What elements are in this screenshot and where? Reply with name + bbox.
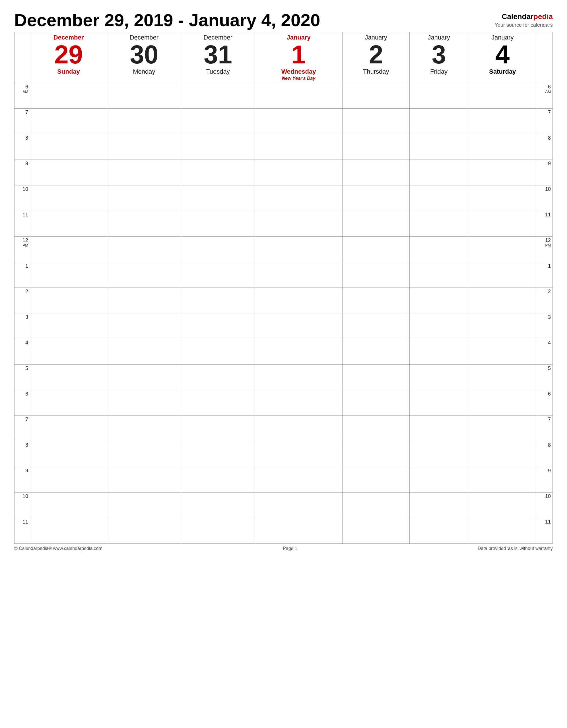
event-cell-dec30-slot-16[interactable] [107, 493, 181, 518]
event-cell-jan4-slot-2[interactable] [468, 134, 537, 160]
event-cell-dec29-slot-3[interactable] [30, 160, 107, 185]
event-cell-jan2-slot-7[interactable] [342, 262, 410, 288]
event-cell-dec30-slot-3[interactable] [107, 160, 181, 185]
event-cell-jan3-slot-8[interactable] [410, 288, 468, 313]
event-cell-jan4-slot-4[interactable] [468, 185, 537, 211]
event-cell-jan1-slot-13[interactable] [255, 416, 342, 441]
event-cell-jan2-slot-15[interactable] [342, 467, 410, 493]
event-cell-jan4-slot-1[interactable] [468, 109, 537, 134]
event-cell-jan2-slot-4[interactable] [342, 185, 410, 211]
event-cell-dec31-slot-3[interactable] [181, 160, 255, 185]
event-cell-jan3-slot-11[interactable] [410, 365, 468, 390]
event-cell-jan2-slot-8[interactable] [342, 288, 410, 313]
event-cell-jan1-slot-15[interactable] [255, 467, 342, 493]
event-cell-jan4-slot-16[interactable] [468, 493, 537, 518]
event-cell-jan2-slot-5[interactable] [342, 211, 410, 237]
event-cell-jan3-slot-17[interactable] [410, 518, 468, 544]
event-cell-jan2-slot-9[interactable] [342, 313, 410, 339]
event-cell-jan1-slot-1[interactable] [255, 109, 342, 134]
event-cell-jan1-slot-0[interactable] [255, 83, 342, 109]
event-cell-dec31-slot-13[interactable] [181, 416, 255, 441]
event-cell-dec30-slot-15[interactable] [107, 467, 181, 493]
event-cell-dec29-slot-14[interactable] [30, 441, 107, 467]
event-cell-dec31-slot-4[interactable] [181, 185, 255, 211]
event-cell-jan1-slot-11[interactable] [255, 365, 342, 390]
event-cell-jan3-slot-4[interactable] [410, 185, 468, 211]
event-cell-jan4-slot-11[interactable] [468, 365, 537, 390]
event-cell-jan4-slot-13[interactable] [468, 416, 537, 441]
event-cell-jan1-slot-10[interactable] [255, 339, 342, 365]
event-cell-jan3-slot-9[interactable] [410, 313, 468, 339]
event-cell-dec30-slot-0[interactable] [107, 83, 181, 109]
event-cell-jan1-slot-4[interactable] [255, 185, 342, 211]
event-cell-dec31-slot-14[interactable] [181, 441, 255, 467]
event-cell-jan3-slot-13[interactable] [410, 416, 468, 441]
event-cell-dec29-slot-0[interactable] [30, 83, 107, 109]
event-cell-dec30-slot-4[interactable] [107, 185, 181, 211]
event-cell-jan2-slot-16[interactable] [342, 493, 410, 518]
event-cell-dec30-slot-5[interactable] [107, 211, 181, 237]
event-cell-dec30-slot-2[interactable] [107, 134, 181, 160]
event-cell-dec30-slot-17[interactable] [107, 518, 181, 544]
event-cell-dec30-slot-9[interactable] [107, 313, 181, 339]
event-cell-jan2-slot-1[interactable] [342, 109, 410, 134]
event-cell-dec30-slot-7[interactable] [107, 262, 181, 288]
event-cell-dec30-slot-1[interactable] [107, 109, 181, 134]
event-cell-dec29-slot-13[interactable] [30, 416, 107, 441]
event-cell-dec30-slot-8[interactable] [107, 288, 181, 313]
event-cell-dec29-slot-11[interactable] [30, 365, 107, 390]
event-cell-dec31-slot-1[interactable] [181, 109, 255, 134]
event-cell-jan2-slot-11[interactable] [342, 365, 410, 390]
event-cell-jan1-slot-9[interactable] [255, 313, 342, 339]
event-cell-dec31-slot-7[interactable] [181, 262, 255, 288]
event-cell-dec29-slot-10[interactable] [30, 339, 107, 365]
event-cell-dec29-slot-12[interactable] [30, 390, 107, 416]
event-cell-jan1-slot-3[interactable] [255, 160, 342, 185]
event-cell-jan3-slot-12[interactable] [410, 390, 468, 416]
event-cell-jan2-slot-17[interactable] [342, 518, 410, 544]
event-cell-dec31-slot-5[interactable] [181, 211, 255, 237]
event-cell-dec29-slot-17[interactable] [30, 518, 107, 544]
event-cell-jan3-slot-1[interactable] [410, 109, 468, 134]
event-cell-jan3-slot-6[interactable] [410, 237, 468, 262]
event-cell-jan1-slot-5[interactable] [255, 211, 342, 237]
event-cell-jan3-slot-14[interactable] [410, 441, 468, 467]
event-cell-dec29-slot-6[interactable] [30, 237, 107, 262]
event-cell-dec29-slot-16[interactable] [30, 493, 107, 518]
event-cell-jan2-slot-3[interactable] [342, 160, 410, 185]
event-cell-jan4-slot-8[interactable] [468, 288, 537, 313]
event-cell-jan4-slot-9[interactable] [468, 313, 537, 339]
event-cell-dec31-slot-9[interactable] [181, 313, 255, 339]
event-cell-jan3-slot-10[interactable] [410, 339, 468, 365]
event-cell-dec29-slot-4[interactable] [30, 185, 107, 211]
event-cell-dec30-slot-14[interactable] [107, 441, 181, 467]
event-cell-jan4-slot-6[interactable] [468, 237, 537, 262]
event-cell-dec29-slot-7[interactable] [30, 262, 107, 288]
event-cell-dec29-slot-5[interactable] [30, 211, 107, 237]
event-cell-jan4-slot-5[interactable] [468, 211, 537, 237]
event-cell-dec29-slot-2[interactable] [30, 134, 107, 160]
event-cell-jan3-slot-16[interactable] [410, 493, 468, 518]
event-cell-jan1-slot-14[interactable] [255, 441, 342, 467]
event-cell-dec31-slot-0[interactable] [181, 83, 255, 109]
event-cell-jan1-slot-6[interactable] [255, 237, 342, 262]
event-cell-jan2-slot-6[interactable] [342, 237, 410, 262]
event-cell-jan4-slot-17[interactable] [468, 518, 537, 544]
event-cell-dec30-slot-13[interactable] [107, 416, 181, 441]
event-cell-jan1-slot-16[interactable] [255, 493, 342, 518]
event-cell-dec29-slot-8[interactable] [30, 288, 107, 313]
event-cell-dec31-slot-12[interactable] [181, 390, 255, 416]
event-cell-dec30-slot-10[interactable] [107, 339, 181, 365]
event-cell-jan1-slot-7[interactable] [255, 262, 342, 288]
event-cell-jan4-slot-10[interactable] [468, 339, 537, 365]
event-cell-jan3-slot-0[interactable] [410, 83, 468, 109]
event-cell-jan3-slot-5[interactable] [410, 211, 468, 237]
event-cell-jan4-slot-15[interactable] [468, 467, 537, 493]
event-cell-jan1-slot-8[interactable] [255, 288, 342, 313]
event-cell-jan2-slot-10[interactable] [342, 339, 410, 365]
event-cell-dec31-slot-11[interactable] [181, 365, 255, 390]
event-cell-dec29-slot-9[interactable] [30, 313, 107, 339]
event-cell-dec30-slot-6[interactable] [107, 237, 181, 262]
event-cell-jan2-slot-2[interactable] [342, 134, 410, 160]
event-cell-jan4-slot-0[interactable] [468, 83, 537, 109]
